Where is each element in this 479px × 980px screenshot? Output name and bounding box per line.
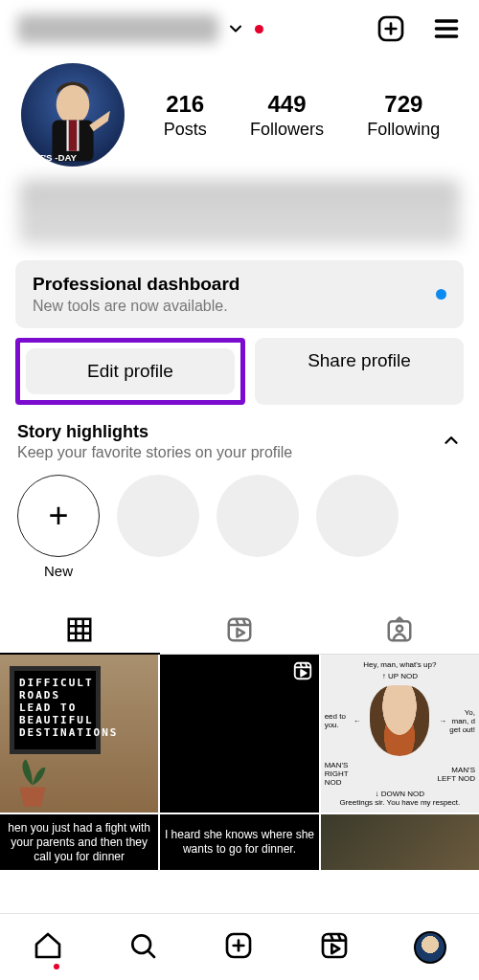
stat-posts-label: Posts bbox=[164, 120, 207, 140]
nav-search-button[interactable] bbox=[127, 930, 158, 965]
post-text-overlay: hen you just had a fight with your paren… bbox=[4, 821, 154, 864]
reel-badge-icon bbox=[292, 660, 313, 683]
svg-rect-12 bbox=[69, 619, 91, 641]
svg-marker-38 bbox=[331, 944, 339, 952]
post-thumbnail[interactable]: I heard she knows where she wants to go … bbox=[160, 814, 318, 870]
username-obscured bbox=[17, 14, 218, 43]
svg-rect-10 bbox=[69, 120, 78, 150]
hamburger-menu-button[interactable] bbox=[431, 13, 462, 44]
post-text-overlay: DIFFICULT ROADS LEAD TO BEAUTIFUL DESTIN… bbox=[10, 666, 101, 754]
svg-line-30 bbox=[148, 950, 155, 957]
svg-marker-21 bbox=[238, 629, 245, 637]
meme-text: MAN'S LEFT NOD bbox=[437, 766, 475, 783]
post-thumbnail[interactable]: hen you just had a fight with your paren… bbox=[0, 814, 158, 870]
notification-dot-icon bbox=[255, 25, 263, 33]
account-switcher[interactable] bbox=[226, 19, 245, 38]
nav-reels-button[interactable] bbox=[319, 930, 350, 965]
meme-text: MAN'S RIGHT NOD bbox=[325, 761, 363, 787]
svg-marker-28 bbox=[301, 670, 307, 676]
profile-avatar[interactable]: IT'S -DAY bbox=[21, 63, 125, 167]
tab-reels[interactable] bbox=[160, 604, 320, 654]
svg-text:IT'S   -DAY: IT'S -DAY bbox=[35, 152, 78, 163]
post-thumbnail[interactable]: Hey, man, what's up? ↑ UP NOD eed to you… bbox=[321, 655, 479, 813]
nav-profile-button[interactable] bbox=[414, 931, 446, 964]
meme-text: Greetings sir. You have my respect. bbox=[325, 798, 475, 807]
tab-tagged[interactable] bbox=[319, 604, 479, 654]
stat-followers[interactable]: 449 Followers bbox=[250, 91, 324, 140]
highlight-new-label: New bbox=[17, 563, 100, 579]
edit-profile-button[interactable]: Edit profile bbox=[26, 348, 235, 394]
stat-following-count: 729 bbox=[367, 91, 440, 118]
highlight-placeholder bbox=[316, 475, 399, 579]
story-highlights-section: Story highlights Keep your favorite stor… bbox=[0, 405, 479, 590]
meme-text: Yo, man, d get out! bbox=[449, 708, 475, 734]
profile-header bbox=[0, 0, 479, 54]
highlight-new[interactable]: + New bbox=[17, 475, 100, 579]
meme-face-icon bbox=[370, 685, 429, 756]
highlight-placeholder bbox=[217, 475, 299, 579]
stat-followers-count: 449 bbox=[250, 91, 324, 118]
stat-followers-label: Followers bbox=[250, 120, 324, 140]
tutorial-highlight-box: Edit profile bbox=[15, 338, 245, 405]
post-thumbnail[interactable] bbox=[321, 814, 479, 870]
stat-following[interactable]: 729 Following bbox=[367, 91, 440, 140]
stat-posts[interactable]: 216 Posts bbox=[164, 91, 207, 140]
create-post-button[interactable] bbox=[376, 13, 406, 44]
professional-dashboard-card[interactable]: Professional dashboard New tools are now… bbox=[15, 260, 464, 328]
posts-grid: DIFFICULT ROADS LEAD TO BEAUTIFUL DESTIN… bbox=[0, 655, 479, 870]
profile-action-buttons: Edit profile Share profile bbox=[0, 338, 479, 405]
nav-home-button[interactable] bbox=[33, 930, 63, 965]
meme-text: eed to you. bbox=[325, 712, 346, 729]
share-profile-button[interactable]: Share profile bbox=[255, 338, 464, 405]
pro-dashboard-dot-icon bbox=[436, 289, 446, 300]
plus-icon: + bbox=[17, 475, 100, 557]
tab-grid[interactable] bbox=[0, 604, 160, 654]
highlights-collapse-button[interactable] bbox=[441, 430, 462, 455]
meme-text: DOWN NOD bbox=[381, 790, 424, 798]
svg-point-23 bbox=[397, 626, 402, 632]
nav-home-dot-icon bbox=[54, 964, 59, 969]
post-thumbnail[interactable] bbox=[160, 655, 318, 813]
profile-stats: 216 Posts 449 Followers 729 Following bbox=[142, 91, 462, 140]
bottom-navigation bbox=[0, 913, 479, 980]
pro-dashboard-subtitle: New tools are now available. bbox=[33, 298, 426, 315]
bio-obscured bbox=[19, 180, 460, 245]
post-thumbnail[interactable]: DIFFICULT ROADS LEAD TO BEAUTIFUL DESTIN… bbox=[0, 655, 158, 813]
pro-dashboard-title: Professional dashboard bbox=[33, 274, 426, 295]
highlight-placeholder bbox=[117, 475, 199, 579]
highlights-title: Story highlights bbox=[17, 422, 441, 442]
meme-text: Hey, man, what's up? bbox=[325, 660, 475, 669]
meme-text: UP NOD bbox=[388, 672, 418, 680]
post-text-overlay: I heard she knows where she wants to go … bbox=[164, 828, 314, 857]
svg-point-7 bbox=[57, 85, 90, 124]
nav-avatar-icon bbox=[414, 931, 446, 964]
highlights-subtitle: Keep your favorite stories on your profi… bbox=[17, 444, 441, 461]
stat-posts-count: 216 bbox=[164, 91, 207, 118]
profile-content-tabs bbox=[0, 604, 479, 655]
nav-create-button[interactable] bbox=[223, 930, 254, 965]
stat-following-label: Following bbox=[367, 120, 440, 140]
profile-summary: IT'S -DAY 216 Posts 449 Followers 729 Fo… bbox=[0, 54, 479, 170]
